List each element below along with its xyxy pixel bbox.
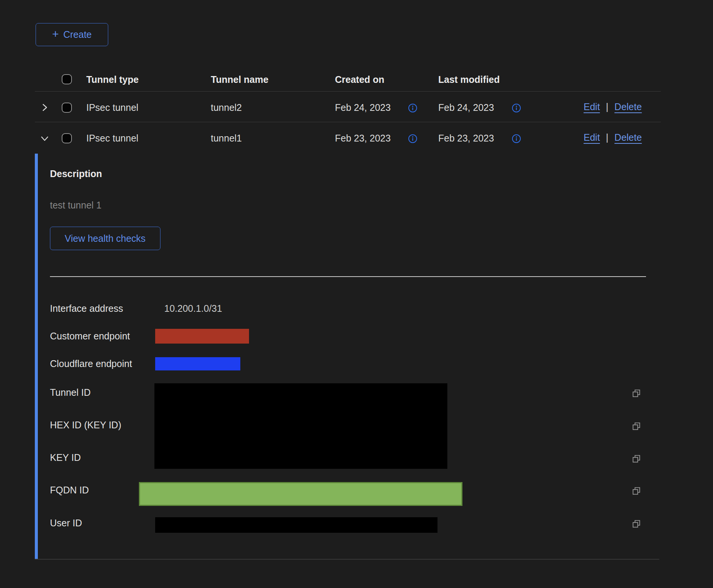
cell-tunnel-type: IPsec tunnel [86, 102, 139, 113]
create-button[interactable]: + Create [36, 23, 108, 46]
copy-user-id-icon[interactable] [631, 519, 641, 529]
cloudflare-endpoint-label: Cloudflare endpoint [50, 358, 132, 369]
info-icon[interactable] [408, 103, 417, 113]
edit-link[interactable]: Edit [584, 132, 600, 143]
cell-created-on: Feb 24, 2023 [335, 102, 391, 113]
description-heading: Description [50, 168, 102, 179]
customer-endpoint-label: Customer endpoint [50, 331, 130, 342]
chevron-down-icon[interactable] [39, 133, 50, 144]
cell-last-modified: Feb 23, 2023 [438, 133, 494, 144]
column-header-last-modified: Last modified [438, 74, 500, 85]
cell-last-modified: Feb 24, 2023 [438, 102, 494, 113]
hex-id-label: HEX ID (KEY ID) [50, 420, 121, 431]
interface-address-label: Interface address [50, 303, 123, 314]
tunnels-page: + Create Tunnel type Tunnel name Created… [0, 0, 713, 588]
fqdn-id-redaction [139, 482, 462, 506]
column-header-tunnel-type: Tunnel type [86, 74, 139, 85]
delete-link[interactable]: Delete [615, 132, 642, 143]
user-id-label: User ID [50, 518, 82, 529]
cell-tunnel-name: tunnel2 [211, 102, 242, 113]
copy-fqdn-id-icon[interactable] [631, 486, 641, 496]
cloudflare-endpoint-redaction [155, 357, 240, 370]
edit-link[interactable]: Edit [584, 101, 600, 112]
copy-hex-id-icon[interactable] [631, 421, 641, 431]
row-checkbox[interactable] [62, 103, 72, 113]
view-health-checks-label: View health checks [65, 233, 146, 244]
select-all-checkbox[interactable] [62, 74, 72, 84]
copy-key-id-icon[interactable] [631, 454, 641, 464]
user-id-redaction [155, 517, 437, 533]
info-icon[interactable] [512, 134, 521, 143]
fqdn-id-label: FQDN ID [50, 485, 89, 496]
info-icon[interactable] [512, 103, 521, 113]
panel-bottom-divider [35, 559, 659, 560]
plus-icon: + [52, 28, 59, 40]
view-health-checks-button[interactable]: View health checks [50, 227, 160, 250]
info-icon[interactable] [408, 134, 417, 143]
cell-tunnel-type: IPsec tunnel [86, 133, 139, 144]
expanded-row-indicator-bar [35, 154, 38, 559]
cell-tunnel-name: tunnel1 [211, 133, 242, 144]
description-value: test tunnel 1 [50, 200, 101, 211]
create-button-label: Create [63, 29, 92, 40]
link-separator: | [606, 132, 609, 143]
row-checkbox[interactable] [62, 133, 72, 143]
link-separator: | [606, 101, 609, 112]
column-header-tunnel-name: Tunnel name [211, 74, 268, 85]
delete-link[interactable]: Delete [615, 101, 642, 112]
section-divider [50, 276, 646, 277]
interface-address-value: 10.200.1.0/31 [164, 303, 222, 314]
row-divider [35, 122, 661, 122]
customer-endpoint-redaction [155, 329, 249, 344]
chevron-right-icon[interactable] [39, 102, 50, 113]
key-id-label: KEY ID [50, 452, 81, 463]
copy-tunnel-id-icon[interactable] [631, 388, 641, 398]
column-header-created-on: Created on [335, 74, 385, 85]
header-divider [35, 91, 661, 92]
ids-redaction [154, 383, 447, 469]
cell-created-on: Feb 23, 2023 [335, 133, 391, 144]
tunnel-id-label: Tunnel ID [50, 387, 90, 398]
